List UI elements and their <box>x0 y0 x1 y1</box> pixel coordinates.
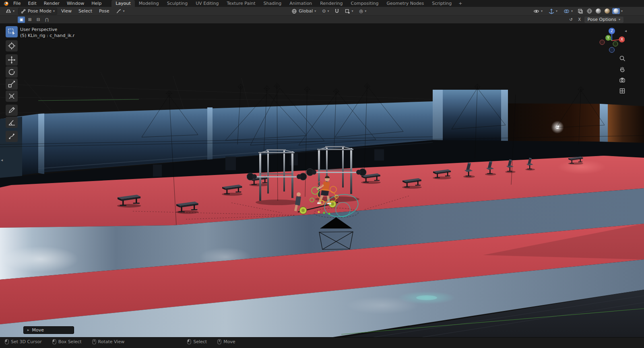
sidebar-toggle-right[interactable]: ◂ <box>625 29 627 33</box>
menu-select[interactable]: Select <box>76 8 95 14</box>
select-mode-subtract-button[interactable]: ⊟ <box>35 16 42 23</box>
add-workspace-button[interactable]: + <box>456 0 465 7</box>
hint-label: Rotate View <box>98 339 125 344</box>
shading-dropdown[interactable]: ▾ <box>621 10 623 13</box>
tool-select-box[interactable] <box>6 26 18 37</box>
ortho-toggle-button[interactable] <box>618 87 626 95</box>
tool-measure[interactable] <box>6 117 18 128</box>
hint-move: Move <box>217 339 235 344</box>
tab-texture-paint[interactable]: Texture Paint <box>223 0 260 7</box>
tool-transform[interactable] <box>6 91 18 102</box>
proportional-edit-dropdown[interactable]: ◎ ▾ <box>357 8 369 15</box>
falloff-dropdown[interactable]: ▾ <box>114 8 127 15</box>
select-mode-set-button[interactable]: ▣ <box>18 16 25 23</box>
viewport-info-text: User Perspective (5) KLin_rig : c_hand_i… <box>20 27 74 39</box>
overlays-dropdown[interactable]: ▾ <box>561 8 575 15</box>
move-icon <box>7 56 16 64</box>
mouse-middle-icon <box>217 339 221 344</box>
zoom-button[interactable] <box>618 54 626 62</box>
select-mode-extend-button[interactable]: ⊞ <box>26 16 33 23</box>
select-box-icon <box>7 27 16 36</box>
hint-box-select: Box Select <box>52 339 82 344</box>
hint-set-3d-cursor: Set 3D Cursor <box>5 339 42 344</box>
mode-dropdown[interactable]: Pose Mode ▾ <box>18 8 57 15</box>
tool-cursor[interactable] <box>6 40 18 51</box>
hint-label: Set 3D Cursor <box>11 339 42 344</box>
xray-icon <box>578 8 583 14</box>
eye-icon <box>533 8 539 14</box>
tab-geometry-nodes[interactable]: Geometry Nodes <box>382 0 428 7</box>
snap-target-dropdown[interactable]: ▾ <box>342 8 356 15</box>
tool-scale[interactable] <box>6 78 18 90</box>
tool-move[interactable] <box>6 54 18 66</box>
chevron-down-icon: ▾ <box>13 10 14 13</box>
operator-label: Move <box>32 327 44 333</box>
transform-mirror-icon[interactable]: ↺ <box>568 16 575 23</box>
magnifier-icon <box>619 55 625 62</box>
menu-help[interactable]: Help <box>88 0 105 7</box>
gizmos-dropdown[interactable]: ▾ <box>546 8 560 15</box>
viewport-canvas[interactable] <box>0 24 644 337</box>
active-object-label: (5) KLin_rig : c_hand_ik.r <box>20 33 74 39</box>
magnet-icon <box>334 8 340 14</box>
blender-logo-icon[interactable] <box>2 0 9 6</box>
chevron-down-icon: ▾ <box>328 10 329 13</box>
navigation-gizmo[interactable]: Z X Y <box>599 27 625 53</box>
tab-layout[interactable]: Layout <box>111 0 134 7</box>
snap-toggle[interactable] <box>333 8 341 15</box>
operator-panel[interactable]: ▸ Move <box>23 326 74 334</box>
gizmo-z-label: Z <box>611 29 613 33</box>
tool-pose-breakdowner[interactable] <box>6 131 18 142</box>
transform-icon <box>7 92 16 101</box>
tab-compositing[interactable]: Compositing <box>347 0 383 7</box>
tab-modeling[interactable]: Modeling <box>135 0 163 7</box>
shading-solid-button[interactable] <box>594 8 602 14</box>
mouse-left-drag-icon <box>52 339 56 344</box>
tab-uv-editing[interactable]: UV Editing <box>192 0 223 7</box>
mode-label: Pose Mode <box>28 8 52 14</box>
hint-label: Move <box>223 339 235 344</box>
workspace-tabs: Layout Modeling Sculpting UV Editing Tex… <box>111 0 465 7</box>
tab-animation[interactable]: Animation <box>285 0 316 7</box>
armature-icon <box>21 8 26 14</box>
menu-view[interactable]: View <box>58 8 74 14</box>
editor-type-dropdown[interactable]: ▾ <box>3 8 17 15</box>
shading-rendered-button[interactable] <box>612 8 620 14</box>
menu-window[interactable]: Window <box>63 0 88 7</box>
chevron-down-icon: ▾ <box>541 10 543 13</box>
visibility-dropdown[interactable]: ▾ <box>531 8 545 15</box>
pivot-point-icon: ⊙ <box>322 8 326 14</box>
xray-toggle[interactable] <box>576 8 584 15</box>
shading-wireframe-button[interactable] <box>586 8 593 14</box>
shading-material-button[interactable] <box>603 8 611 14</box>
orientation-dropdown[interactable]: Global ▾ <box>289 8 318 15</box>
viewport-editor-icon <box>6 8 11 14</box>
tab-shading[interactable]: Shading <box>260 0 286 7</box>
gizmo-axis-z-neg <box>609 47 615 53</box>
pivot-dropdown[interactable]: ⊙ ▾ <box>320 8 331 15</box>
menu-edit[interactable]: Edit <box>24 0 40 7</box>
pan-button[interactable] <box>618 65 626 73</box>
tool-annotate[interactable] <box>6 105 18 116</box>
pose-options-dropdown[interactable]: Pose Options ▾ <box>584 16 623 23</box>
pose-breakdowner-icon <box>7 132 16 141</box>
camera-view-button[interactable] <box>618 76 626 84</box>
menu-file[interactable]: File <box>10 0 24 7</box>
chevron-down-icon: ▾ <box>571 10 573 13</box>
select-mode-intersect-button[interactable]: ⋂ <box>43 16 50 23</box>
tool-rotate[interactable] <box>6 66 18 78</box>
expand-arrow-icon: ▸ <box>27 328 29 332</box>
tab-rendering[interactable]: Rendering <box>316 0 347 7</box>
grid-icon <box>619 88 625 94</box>
sidebar-toggle-left[interactable]: ◂ <box>1 158 3 162</box>
tab-scripting[interactable]: Scripting <box>428 0 456 7</box>
mirror-x-toggle[interactable]: X <box>576 16 583 23</box>
tab-sculpting[interactable]: Sculpting <box>163 0 192 7</box>
menu-pose[interactable]: Pose <box>96 8 112 14</box>
camera-icon <box>619 77 625 83</box>
chevron-down-icon: ▾ <box>352 10 353 13</box>
chevron-down-icon: ▾ <box>365 10 366 13</box>
material-sphere-icon <box>605 8 610 14</box>
mouse-left-icon <box>187 339 191 344</box>
menu-render[interactable]: Render <box>40 0 63 7</box>
